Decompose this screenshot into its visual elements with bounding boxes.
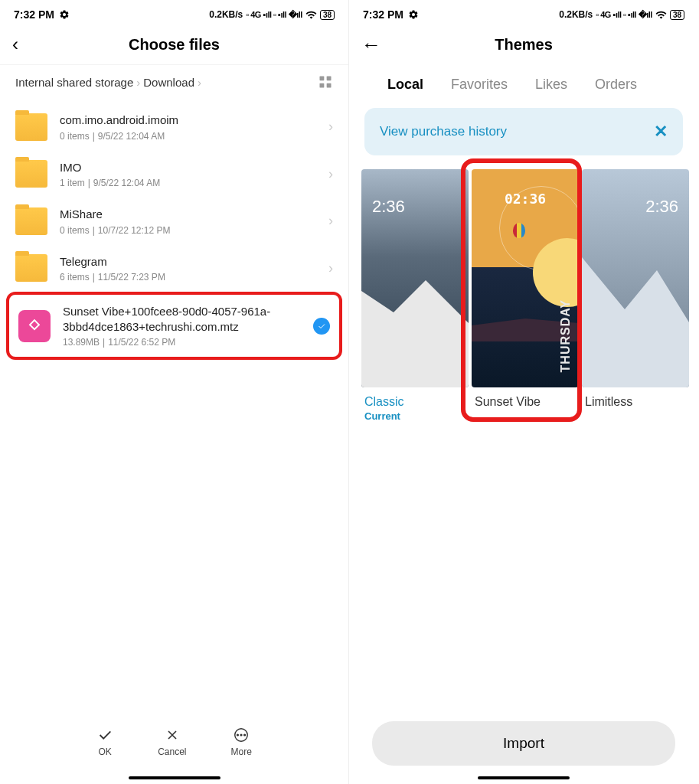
status-bar: 7:32 PM 0.2KB/s ▫ 4G ▪ıll ▫ ▪ıll �ıll 38 [0, 0, 348, 24]
selected-check-icon[interactable] [313, 318, 330, 335]
nav-indicator[interactable] [349, 776, 698, 784]
folder-icon [15, 207, 47, 235]
file-meta: 6 items|11/5/22 7:23 PM [60, 272, 316, 283]
gear-icon [408, 9, 419, 20]
breadcrumb-row: Internal shared storage › Download › [0, 64, 348, 103]
signal-icons: ▫ 4G ▪ıll ▫ ▪ıll �ıll [246, 10, 302, 20]
thumb-clock: 2:36 [645, 197, 678, 217]
folder-icon [15, 113, 47, 141]
tab-likes[interactable]: Likes [535, 77, 567, 93]
more-button[interactable]: More [231, 727, 252, 757]
file-name: Sunset Vibe+100fcee8-90d0-4057-961a-3bbd… [63, 304, 301, 334]
purchase-history-banner[interactable]: View purchase history ✕ [364, 108, 683, 155]
folder-row[interactable]: com.imo.android.imoim 0 items|9/5/22 12:… [0, 103, 348, 151]
tab-favorites[interactable]: Favorites [451, 77, 508, 93]
battery-icon: 38 [320, 10, 335, 20]
theme-thumbnail: 02:36 THURSDAY [472, 169, 579, 387]
page-title: Choose files [129, 36, 220, 54]
breadcrumb-item[interactable]: Download [143, 76, 194, 89]
theme-thumbnail: 2:36 [582, 169, 689, 387]
breadcrumb[interactable]: Internal shared storage › Download › [15, 76, 201, 89]
wifi-icon [655, 9, 667, 21]
theme-label: Sunset Vibe [472, 387, 579, 410]
theme-label: Classic [361, 387, 469, 410]
file-name: com.imo.android.imoim [60, 113, 316, 128]
cancel-button[interactable]: Cancel [158, 727, 186, 757]
status-time: 7:32 PM [14, 8, 54, 21]
theme-file-icon [18, 310, 51, 342]
folder-row[interactable]: Telegram 6 items|11/5/22 7:23 PM › [0, 245, 348, 292]
theme-label: Limitless [582, 387, 689, 410]
file-meta: 0 items|9/5/22 12:04 AM [60, 131, 316, 142]
thumb-clock: 2:36 [372, 197, 405, 217]
theme-card-limitless[interactable]: 2:36 Limitless [582, 169, 689, 422]
themes-screen: 7:32 PM 0.2KB/s ▫ 4G ▪ıll ▫ ▪ıll �ıll 38… [349, 0, 698, 784]
status-speed: 0.2KB/s [559, 9, 593, 20]
folder-icon [15, 160, 47, 188]
close-icon[interactable]: ✕ [654, 122, 668, 142]
svg-rect-3 [327, 83, 332, 88]
battery-icon: 38 [670, 10, 684, 20]
svg-rect-2 [320, 83, 325, 88]
theme-thumbnail: 2:36 [361, 169, 469, 387]
thumb-day-label: THURSDAY [559, 299, 573, 372]
svg-rect-0 [320, 77, 325, 81]
chevron-right-icon: › [328, 119, 333, 135]
back-button[interactable]: ← [361, 33, 384, 57]
import-button[interactable]: Import [372, 721, 675, 766]
folder-icon [15, 254, 47, 282]
more-icon [233, 727, 250, 743]
file-picker-header: ‹ Choose files [0, 24, 348, 64]
grid-view-icon[interactable] [318, 74, 333, 90]
themes-header: ← Themes [349, 24, 698, 64]
file-list: com.imo.android.imoim 0 items|9/5/22 12:… [0, 103, 348, 707]
theme-card-sunset-vibe[interactable]: 02:36 THURSDAY Sunset Vibe [472, 169, 579, 422]
chevron-right-icon: › [328, 260, 333, 276]
chevron-right-icon: › [328, 166, 333, 182]
file-name: IMO [60, 160, 316, 175]
page-title: Themes [495, 36, 553, 54]
wifi-icon [305, 9, 317, 21]
theme-file-row[interactable]: Sunset Vibe+100fcee8-90d0-4057-961a-3bbd… [9, 295, 339, 357]
status-time: 7:32 PM [363, 8, 403, 21]
svg-rect-1 [327, 77, 332, 81]
svg-point-6 [240, 734, 242, 736]
back-button[interactable]: ‹ [12, 34, 35, 55]
close-icon [164, 727, 181, 743]
thumb-clock: 02:36 [505, 191, 546, 207]
file-meta: 13.89MB|11/5/22 6:52 PM [63, 337, 301, 348]
theme-card-classic[interactable]: 2:36 Classic Current [361, 169, 469, 422]
breadcrumb-item[interactable]: Internal shared storage [15, 76, 133, 89]
file-name: MiShare [60, 207, 316, 222]
chevron-right-icon: › [328, 213, 333, 229]
folder-row[interactable]: IMO 1 item|9/5/22 12:04 AM › [0, 151, 348, 198]
check-icon [96, 727, 113, 743]
annotation-highlight: Sunset Vibe+100fcee8-90d0-4057-961a-3bbd… [6, 292, 342, 360]
svg-point-5 [237, 734, 239, 736]
signal-icons: ▫ 4G ▪ıll ▫ ▪ıll �ıll [596, 10, 652, 20]
gear-icon [59, 9, 70, 20]
tab-local[interactable]: Local [387, 77, 423, 93]
ok-button[interactable]: OK [96, 727, 113, 757]
nav-indicator[interactable] [0, 776, 348, 784]
tabs: Local Favorites Likes Orders [349, 64, 698, 108]
file-picker-screen: 7:32 PM 0.2KB/s ▫ 4G ▪ıll ▫ ▪ıll �ıll 38… [0, 0, 349, 784]
svg-point-7 [244, 734, 246, 736]
chevron-right-icon: › [136, 76, 140, 89]
file-meta: 0 items|10/7/22 12:12 PM [60, 225, 316, 236]
status-bar: 7:32 PM 0.2KB/s ▫ 4G ▪ıll ▫ ▪ıll �ıll 38 [349, 0, 698, 24]
status-speed: 0.2KB/s [209, 9, 243, 20]
chevron-right-icon: › [198, 76, 201, 89]
file-name: Telegram [60, 254, 316, 270]
file-meta: 1 item|9/5/22 12:04 AM [60, 178, 316, 188]
theme-grid: 2:36 Classic Current 02:36 THURSDAY Suns… [349, 169, 698, 422]
banner-text: View purchase history [380, 124, 507, 139]
folder-row[interactable]: MiShare 0 items|10/7/22 12:12 PM › [0, 198, 348, 245]
tab-orders[interactable]: Orders [595, 77, 637, 93]
bottom-action-bar: OK Cancel More [0, 707, 348, 776]
theme-current-label: Current [361, 410, 469, 422]
